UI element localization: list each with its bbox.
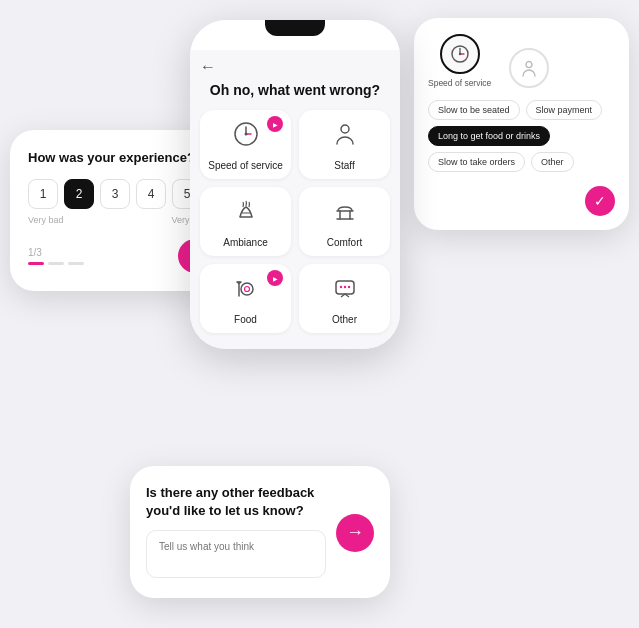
rating-4[interactable]: 4 <box>136 179 166 209</box>
alert-badge-food <box>267 270 283 286</box>
main-question: Oh no, what went wrong? <box>200 82 390 98</box>
dot-3 <box>68 262 84 265</box>
other-icon <box>331 274 359 308</box>
rating-2[interactable]: 2 <box>64 179 94 209</box>
speed-label: Speed of service <box>208 160 283 171</box>
confirm-button[interactable]: ✓ <box>585 186 615 216</box>
confirm-area: ✓ <box>428 186 615 216</box>
dot-1 <box>28 262 44 265</box>
svg-point-12 <box>244 287 249 292</box>
ambiance-icon <box>232 197 260 231</box>
staff-icon <box>331 120 359 154</box>
feedback-input[interactable] <box>146 530 326 578</box>
tags-container: Slow to be seated Slow payment Long to g… <box>428 100 615 172</box>
rating-3[interactable]: 3 <box>100 179 130 209</box>
svg-point-18 <box>347 286 349 288</box>
progress-dots <box>28 262 84 265</box>
progress-area: 1/3 → <box>28 239 212 273</box>
svg-point-22 <box>458 53 460 55</box>
tag-other[interactable]: Other <box>531 152 574 172</box>
tag-slow-orders[interactable]: Slow to take orders <box>428 152 525 172</box>
detail-icons: Speed of service <box>428 34 615 88</box>
rating-row: 1 2 3 4 5 <box>28 179 212 209</box>
detail-person-block <box>509 48 549 88</box>
svg-point-16 <box>339 286 341 288</box>
other-label: Other <box>332 314 357 325</box>
category-other[interactable]: Other <box>299 264 390 333</box>
svg-point-4 <box>341 125 349 133</box>
progress-info: 1/3 <box>28 247 84 265</box>
tag-slow-seated[interactable]: Slow to be seated <box>428 100 520 120</box>
tag-slow-payment[interactable]: Slow payment <box>526 100 603 120</box>
ambiance-label: Ambiance <box>223 237 267 248</box>
alert-badge-speed <box>267 116 283 132</box>
dot-2 <box>48 262 64 265</box>
comfort-label: Comfort <box>327 237 363 248</box>
staff-label: Staff <box>334 160 354 171</box>
category-speed[interactable]: Speed of service <box>200 110 291 179</box>
notch <box>265 20 325 36</box>
category-staff[interactable]: Staff <box>299 110 390 179</box>
category-food[interactable]: Food <box>200 264 291 333</box>
progress-text: 1/3 <box>28 247 84 258</box>
detail-speed-icon[interactable] <box>440 34 480 74</box>
food-icon <box>232 274 260 308</box>
rating-question: How was your experience? <box>28 150 212 165</box>
rating-1[interactable]: 1 <box>28 179 58 209</box>
svg-point-11 <box>241 283 253 295</box>
comfort-icon <box>331 197 359 231</box>
svg-point-3 <box>244 133 247 136</box>
detail-person-icon[interactable] <box>509 48 549 88</box>
back-arrow[interactable]: ← <box>200 58 390 76</box>
feedback-card: Is there any other feedback you'd like t… <box>130 466 390 598</box>
phone-body: ← Oh no, what went wrong? Speed of servi… <box>190 50 400 349</box>
detail-speed-label: Speed of service <box>428 78 491 88</box>
rating-labels: Very bad Very good <box>28 215 212 225</box>
svg-point-17 <box>343 286 345 288</box>
feedback-inner: Is there any other feedback you'd like t… <box>146 484 374 582</box>
label-min: Very bad <box>28 215 64 225</box>
feedback-text-area: Is there any other feedback you'd like t… <box>146 484 326 582</box>
detail-speed-block: Speed of service <box>428 34 491 88</box>
svg-point-23 <box>526 62 532 68</box>
notch-bar <box>190 20 400 50</box>
detail-card: Speed of service Slow to be seated Slow … <box>414 18 629 230</box>
tag-long-food[interactable]: Long to get food or drinks <box>428 126 550 146</box>
category-ambiance[interactable]: Ambiance <box>200 187 291 256</box>
category-grid: Speed of service Staff <box>200 110 390 333</box>
feedback-next-button[interactable]: → <box>336 514 374 552</box>
center-phone: ← Oh no, what went wrong? Speed of servi… <box>190 20 400 349</box>
feedback-question: Is there any other feedback you'd like t… <box>146 484 326 520</box>
category-comfort[interactable]: Comfort <box>299 187 390 256</box>
speed-icon <box>232 120 260 154</box>
food-label: Food <box>234 314 257 325</box>
